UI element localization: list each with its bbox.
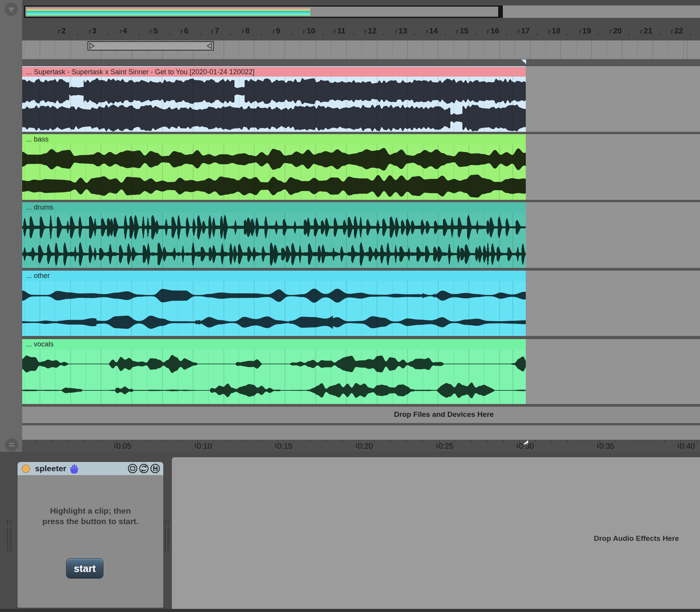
clip-waveform [22,145,526,200]
second-tick [262,440,262,442]
back-to-arrangement-button[interactable] [5,3,18,16]
half-bar-tick [322,33,323,35]
waveform-canvas [22,145,526,200]
half-bar-tick [476,33,476,35]
waveform-canvas [22,350,526,404]
second-tick [664,440,665,442]
device-title-bar: spleeter [18,462,163,475]
second-tick [503,440,504,442]
beat-number: 6 [181,26,188,35]
track-empty-area[interactable] [526,339,700,404]
half-bar-tick [383,33,384,35]
audio-effects-drop-area[interactable]: Drop Audio Effects Here [172,457,700,609]
clip-title: ... bass [22,134,526,145]
track-separator [22,404,700,407]
clip-waveform [22,213,526,268]
beat-number: 16 [487,26,499,35]
loop-brace[interactable] [88,41,214,51]
audio-clip-3[interactable]: ... drums [22,202,526,268]
device-power-toggle[interactable] [22,465,30,473]
half-bar-tick [292,33,292,35]
second-tick [374,440,374,442]
start-button[interactable]: start [66,558,103,579]
waveform-zoom-button[interactable]: ≈ [5,438,18,451]
second-tick [648,440,648,442]
waveform-canvas [22,213,526,268]
beat-number: 18 [549,26,560,35]
beat-number: 2 [58,26,66,35]
clip-title: ... vocals [22,339,526,350]
beat-number: 15 [457,26,468,35]
save-icon[interactable] [150,463,160,474]
second-tick [632,440,632,442]
beat-number: 13 [396,26,407,35]
beat-number: 7 [212,26,219,35]
drop-files-zone[interactable]: Drop Files and Devices Here [22,407,700,423]
beat-number: 5 [150,26,158,35]
half-bar-tick [506,33,507,35]
half-bar-tick [567,33,568,35]
second-tick [52,440,52,442]
overview-right-band [503,5,700,18]
second-tick [149,440,149,442]
beat-number: 22 [671,26,683,35]
drop-audio-effects-label: Drop Audio Effects Here [594,534,679,543]
time-label: 0:15 [275,442,292,451]
triangle-down-icon [8,7,15,12]
second-tick [567,440,568,442]
second-tick [101,440,101,442]
device-body: Highlight a clip; then press the button … [18,475,163,608]
half-bar-tick [261,33,262,35]
scrub-area[interactable] [22,40,700,59]
beat-ruler[interactable]: 2345678910111213141516171819202122 [22,21,700,40]
device-drag-handle-right[interactable] [164,520,170,551]
clip-title: ... other [22,271,526,281]
track-separator [22,268,700,271]
time-ruler[interactable]: 0:050:100:150:200:250:300:350:40 [22,440,700,452]
waveform-canvas [22,281,526,336]
second-tick [535,440,536,442]
clip-waveform [22,281,526,336]
half-bar-tick [169,33,170,35]
second-tick [84,440,85,442]
audio-clip-4[interactable]: ... other [22,271,526,336]
audio-clip-5[interactable]: ... vocals [22,339,526,404]
time-label: 0:35 [597,442,614,451]
second-tick [36,440,37,444]
ableton-arrangement-view: ≈ 2345678910111213141516171819202122 ...… [0,0,700,612]
insert-marker-top-icon[interactable] [521,59,526,64]
beat-number: 17 [518,26,530,35]
spleeter-device: spleeter [18,462,163,608]
time-label: 0:05 [114,442,131,451]
window-bottom-edge [0,609,700,612]
second-tick [294,440,294,442]
second-tick [310,440,310,442]
half-bar-tick [414,33,415,35]
overview-viewport-box[interactable] [24,5,503,18]
device-drag-handle-left[interactable] [7,520,12,551]
sync-icon[interactable] [139,463,149,474]
frame-icon[interactable] [128,463,138,474]
track-empty-area[interactable] [526,66,700,132]
track-empty-area[interactable] [526,271,700,336]
half-bar-tick [230,33,231,35]
second-tick [181,440,182,442]
track-empty-area[interactable] [526,202,700,268]
device-view-pane: Drop Audio Effects Here spleeter [0,452,700,609]
clip-title: ... Supertask - Supertask x Saint Sinner… [22,66,526,77]
loop-end-arrow-icon [206,42,212,49]
instruction-line-1: Highlight a clip; then [18,505,163,516]
time-label: 0:25 [436,442,453,451]
half-bar-tick [353,33,354,35]
second-tick [342,440,343,442]
device-instructions: Highlight a clip; then press the button … [18,505,163,526]
half-bar-tick [598,33,599,35]
audio-clip-2[interactable]: ... bass [22,134,526,200]
half-bar-tick [138,33,139,35]
second-tick [696,440,696,442]
track-empty-area[interactable] [526,134,700,200]
empty-drop-row[interactable] [22,425,700,440]
arrangement-area: 2345678910111213141516171819202122 ... S… [22,3,700,452]
second-tick [390,440,391,442]
audio-clip-1[interactable]: ... Supertask - Supertask x Saint Sinner… [22,66,526,132]
